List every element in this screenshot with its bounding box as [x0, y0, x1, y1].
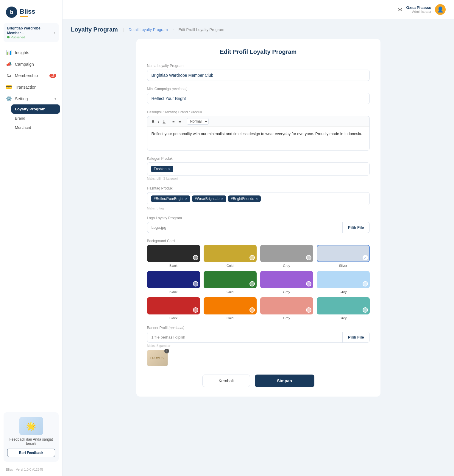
color-item-3[interactable]: ✓Silver	[317, 245, 370, 267]
color-label-9: Gold	[227, 316, 233, 320]
membership-icon: 🗂	[6, 73, 12, 78]
color-circle-8	[193, 307, 198, 313]
color-swatch-5[interactable]	[204, 271, 257, 288]
color-item-11[interactable]: Grey	[317, 297, 370, 320]
color-item-4[interactable]: Black	[147, 271, 200, 294]
breadcrumb-link[interactable]: Detail Loyalty Program	[129, 27, 168, 32]
color-swatch-4[interactable]	[147, 271, 200, 288]
save-button[interactable]: Simpan	[255, 375, 314, 387]
color-item-2[interactable]: Grey	[260, 245, 313, 267]
header-user: ✉ Oxsa Picasso Administrator 👤	[397, 4, 446, 15]
hashtag-hint: Maks. 5 tag	[147, 206, 370, 210]
rte-underline-button[interactable]: U	[161, 119, 167, 124]
logo-underline	[20, 16, 28, 17]
rte-toolbar: B I U ≡ ≣ Normal	[147, 116, 370, 127]
feedback-button[interactable]: Beri Feedback	[7, 449, 55, 457]
color-circle-9	[249, 307, 255, 313]
color-swatch-1[interactable]	[204, 245, 257, 262]
sidebar-item-loyalty-program[interactable]: Loyalty Program	[11, 104, 60, 114]
sidebar-item-membership-label: Membership	[15, 73, 38, 78]
sidebar-item-transaction-label: Transaction	[15, 85, 37, 90]
workspace-name: Brightlab Wardrobe Member...	[7, 26, 54, 35]
color-item-5[interactable]: Gold	[204, 271, 257, 294]
logo-file-button[interactable]: Pilih File	[342, 222, 369, 233]
feedback-card: 🌟 Feedback dari Anda sangat berarti Beri…	[4, 412, 59, 462]
color-circle-1	[249, 255, 255, 260]
tag-fashion-label: Fashion	[154, 167, 167, 171]
color-swatch-0[interactable]	[147, 245, 200, 262]
color-circle-2	[306, 255, 311, 260]
bg-label: Background Card	[147, 239, 370, 243]
kategori-tags-input[interactable]: Fashion ×	[147, 162, 370, 176]
logo-label: Logo Loyalty Program	[147, 216, 370, 220]
logo-text: Bliss	[20, 8, 35, 15]
sidebar-item-merchant[interactable]: Merchant	[11, 123, 60, 132]
color-circle-4	[193, 281, 198, 286]
rte-ol-button[interactable]: ≣	[177, 119, 183, 124]
color-swatch-2[interactable]	[260, 245, 313, 262]
banner-remove-button[interactable]: ×	[164, 349, 169, 353]
color-swatch-7[interactable]	[317, 271, 370, 288]
color-item-9[interactable]: Gold	[204, 297, 257, 320]
sidebar-item-membership[interactable]: 🗂 Membership 15	[2, 70, 60, 81]
color-swatch-10[interactable]	[260, 297, 313, 314]
workspace-card[interactable]: Brightlab Wardrobe Member... Published ›	[4, 23, 59, 42]
color-swatch-3[interactable]	[317, 245, 370, 262]
hashtag-tags-input[interactable]: #ReflectYourBright × #WearBrightlab × #B…	[147, 192, 370, 205]
sidebar-item-campaign[interactable]: 📣 Campaign	[2, 58, 60, 70]
color-item-10[interactable]: Grey	[260, 297, 313, 320]
rte-bold-button[interactable]: B	[150, 119, 156, 124]
banner-preview: PROMOSI ×	[147, 350, 370, 366]
workspace-status: Published	[7, 35, 54, 39]
rte-italic-button[interactable]: I	[157, 119, 161, 124]
sidebar-item-transaction[interactable]: 💳 Transaction	[2, 81, 60, 93]
color-swatch-8[interactable]	[147, 297, 200, 314]
tag-reflect-remove[interactable]: ×	[185, 197, 187, 201]
color-item-6[interactable]: Grey	[260, 271, 313, 294]
sidebar-item-campaign-label: Campaign	[15, 62, 34, 67]
color-item-7[interactable]: Grey	[317, 271, 370, 294]
back-button[interactable]: Kembali	[202, 375, 250, 387]
sidebar-item-insights[interactable]: 📊 Insights	[2, 47, 60, 58]
sidebar-item-setting-label: Setting	[15, 96, 28, 101]
color-item-1[interactable]: Gold	[204, 245, 257, 267]
color-label-8: Black	[169, 316, 177, 320]
tag-bright: #BrightFriends ×	[228, 195, 261, 202]
color-circle-10	[306, 307, 311, 313]
tag-bright-remove[interactable]: ×	[256, 197, 258, 201]
banner-filename: 1 file berhasil dipilih	[147, 332, 343, 342]
sidebar-item-insights-label: Insights	[15, 50, 29, 55]
content: Loyalty Program | Detail Loyalty Program…	[63, 19, 454, 476]
mail-icon[interactable]: ✉	[397, 6, 402, 13]
field-nama: Nama Loyalty Program	[147, 64, 370, 81]
color-swatch-9[interactable]	[204, 297, 257, 314]
tag-wear-label: #WearBrightlab	[195, 197, 220, 201]
rte-ul-button[interactable]: ≡	[171, 119, 176, 124]
color-swatch-11[interactable]	[317, 297, 370, 314]
nama-input[interactable]	[147, 70, 370, 81]
color-label-0: Black	[169, 264, 177, 267]
mini-input[interactable]	[147, 93, 370, 104]
color-item-0[interactable]: Black	[147, 245, 200, 267]
feedback-illustration: 🌟	[19, 417, 43, 435]
rte-style-select[interactable]: Normal	[187, 118, 209, 125]
color-circle-7	[363, 281, 368, 286]
color-item-8[interactable]: Black	[147, 297, 200, 320]
kategori-hint: Maks. pilih 3 kategori	[147, 177, 370, 180]
setting-submenu: Loyalty Program Brand Merchant	[2, 104, 60, 132]
color-swatch-6[interactable]	[260, 271, 313, 288]
field-hashtag: Hashtag Produk #ReflectYourBright × #Wea…	[147, 186, 370, 210]
setting-chevron-icon: ▾	[54, 97, 56, 101]
banner-file-button[interactable]: Pilih File	[342, 332, 369, 342]
deskripsi-body[interactable]: Reflect your personality with our minima…	[147, 127, 370, 151]
logo-file-row: Logo.jpg Pilih File	[147, 222, 370, 233]
tag-wear-remove[interactable]: ×	[221, 197, 223, 201]
sidebar-item-setting[interactable]: ⚙️ Setting ▾	[2, 93, 60, 104]
membership-badge: 15	[49, 74, 56, 78]
sidebar-item-brand[interactable]: Brand	[11, 114, 60, 123]
color-circle-0	[193, 255, 198, 260]
avatar[interactable]: 👤	[435, 4, 446, 15]
tag-fashion-remove[interactable]: ×	[168, 167, 170, 171]
color-circle-11	[363, 307, 368, 313]
color-label-1: Gold	[227, 264, 233, 267]
